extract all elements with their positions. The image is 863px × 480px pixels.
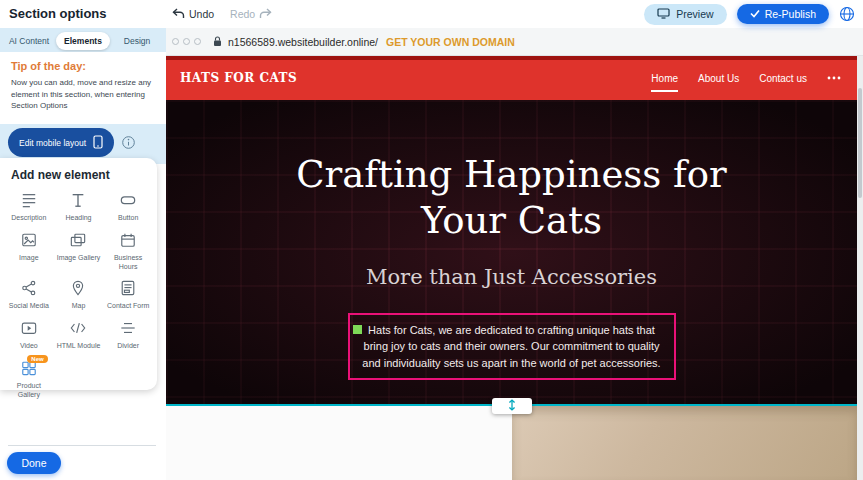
add-element-title: Add new element [0, 158, 157, 186]
add-element-grid: Description Heading Button Image Image G… [0, 186, 157, 404]
add-element-item-divider[interactable]: Divider [103, 316, 153, 354]
sidebar-divider [8, 445, 156, 446]
redo-button[interactable]: Redo [230, 8, 272, 21]
text-lines-icon [19, 192, 39, 212]
redo-icon [259, 8, 272, 21]
republish-label: Re-Publish [765, 8, 816, 20]
next-section [166, 406, 857, 480]
edit-mobile-layout-button[interactable]: Edit mobile layout [8, 128, 114, 157]
sidebar: AI Content Elements Design Tip of the da… [0, 28, 166, 480]
site-logo[interactable]: Hats for Cats [180, 71, 297, 85]
undo-icon [172, 8, 185, 21]
sidebar-tabs: AI Content Elements Design [2, 32, 164, 50]
hero-description-box[interactable]: Hats for Cats, we are dedicated to craft… [348, 313, 676, 381]
add-element-item-label: Product Gallery [6, 382, 52, 400]
add-element-item-label: Video [6, 342, 52, 351]
tip-card: Tip of the day: Now you can add, move an… [0, 52, 166, 124]
add-element-item-heading[interactable]: Heading [54, 188, 104, 226]
preview-button[interactable]: Preview [644, 4, 726, 25]
add-element-item-product-gallery[interactable]: New Product Gallery [4, 356, 54, 403]
window-dot-icon [172, 38, 179, 45]
check-icon [750, 8, 760, 20]
nav-home[interactable]: Home [651, 73, 678, 92]
add-element-item-label: Button [105, 214, 151, 223]
lock-icon [213, 36, 222, 47]
contact-form-icon [118, 280, 138, 300]
add-element-item-description[interactable]: Description [4, 188, 54, 226]
add-element-item-label: Image Gallery [55, 254, 101, 263]
hero-section[interactable]: Crafting Happiness for Your Cats More th… [166, 100, 857, 406]
hero-subheading[interactable]: More than Just Accessories [366, 265, 657, 289]
add-element-item-image-gallery[interactable]: Image Gallery [54, 228, 104, 275]
add-element-item-contact-form[interactable]: Contact Form [103, 276, 153, 314]
mobile-layout-row: Edit mobile layout [8, 128, 135, 157]
scrollbar[interactable] [857, 56, 863, 480]
add-element-panel: Add new element Description Heading Butt… [0, 158, 157, 390]
tab-ai-content[interactable]: AI Content [2, 32, 56, 50]
monitor-icon [657, 8, 670, 21]
site-nav: Home About Us Contact us [651, 73, 841, 84]
globe-icon[interactable] [839, 6, 855, 22]
divider-icon [118, 320, 138, 340]
nav-about-us[interactable]: About Us [698, 73, 739, 84]
tip-body: Now you can add, move and resize any ele… [11, 77, 155, 112]
preview-label: Preview [676, 8, 713, 20]
hero-heading[interactable]: Crafting Happiness for Your Cats [272, 152, 752, 245]
social-media-icon [19, 280, 39, 300]
history-controls: Undo Redo [172, 0, 272, 28]
image-icon [19, 232, 39, 252]
hero-description-text: Hats for Cats, we are dedicated to craft… [360, 322, 664, 372]
add-element-item-image[interactable]: Image [4, 228, 54, 275]
page-title: Section options [9, 6, 107, 21]
top-actions: Preview Re-Publish [644, 0, 855, 28]
button-icon [118, 192, 138, 212]
add-element-item-video[interactable]: Video [4, 316, 54, 354]
topbar: Section options Undo Redo Preview Re-Pub… [0, 0, 863, 28]
app: Section options Undo Redo Preview Re-Pub… [0, 0, 863, 480]
section-resize-handle[interactable] [492, 398, 532, 414]
product-gallery-icon [19, 360, 39, 380]
add-element-item-label: Contact Form [105, 302, 151, 311]
add-element-item-label: Heading [55, 214, 101, 223]
add-element-item-html-module[interactable]: HTML Module [54, 316, 104, 354]
nav-more-icon[interactable] [827, 76, 841, 80]
add-element-item-business-hours[interactable]: Business Hours [103, 228, 153, 275]
heading-icon [68, 192, 88, 212]
done-button[interactable]: Done [7, 452, 61, 474]
undo-label: Undo [189, 8, 214, 20]
republish-button[interactable]: Re-Publish [737, 4, 829, 24]
site-header: Hats for Cats Home About Us Contact us [166, 56, 857, 100]
edit-mobile-label: Edit mobile layout [19, 138, 86, 148]
element-resize-handle[interactable] [353, 325, 362, 334]
add-element-item-button[interactable]: Button [103, 188, 153, 226]
tip-title: Tip of the day: [11, 60, 155, 72]
business-hours-icon [118, 232, 138, 252]
scrollbar-thumb[interactable] [858, 88, 862, 198]
editor-canvas: n1566589.websitebuilder.online/ GET YOUR… [166, 28, 863, 480]
phone-icon [93, 135, 103, 151]
image-gallery-icon [68, 232, 88, 252]
get-domain-link[interactable]: GET YOUR OWN DOMAIN [386, 36, 515, 48]
add-element-item-label: Map [55, 302, 101, 311]
add-element-item-label: Social Media [6, 302, 52, 311]
video-icon [19, 320, 39, 340]
resize-arrows-icon [506, 397, 518, 415]
url-text: n1566589.websitebuilder.online/ [228, 36, 378, 48]
next-section-image[interactable] [512, 406, 857, 480]
redo-label: Redo [230, 8, 255, 20]
nav-contact-us[interactable]: Contact us [759, 73, 807, 84]
tab-design[interactable]: Design [110, 32, 164, 50]
tab-elements[interactable]: Elements [56, 32, 110, 50]
add-element-item-label: Divider [105, 342, 151, 351]
add-element-item-map[interactable]: Map [54, 276, 104, 314]
add-element-item-label: Description [6, 214, 52, 223]
map-pin-icon [68, 280, 88, 300]
info-icon[interactable] [122, 136, 135, 149]
new-badge: New [27, 355, 47, 363]
html-code-icon [68, 320, 88, 340]
add-element-item-label: Image [6, 254, 52, 263]
window-dot-icon [183, 38, 190, 45]
undo-button[interactable]: Undo [172, 8, 214, 21]
browser-chrome: n1566589.websitebuilder.online/ GET YOUR… [166, 28, 863, 56]
add-element-item-social-media[interactable]: Social Media [4, 276, 54, 314]
